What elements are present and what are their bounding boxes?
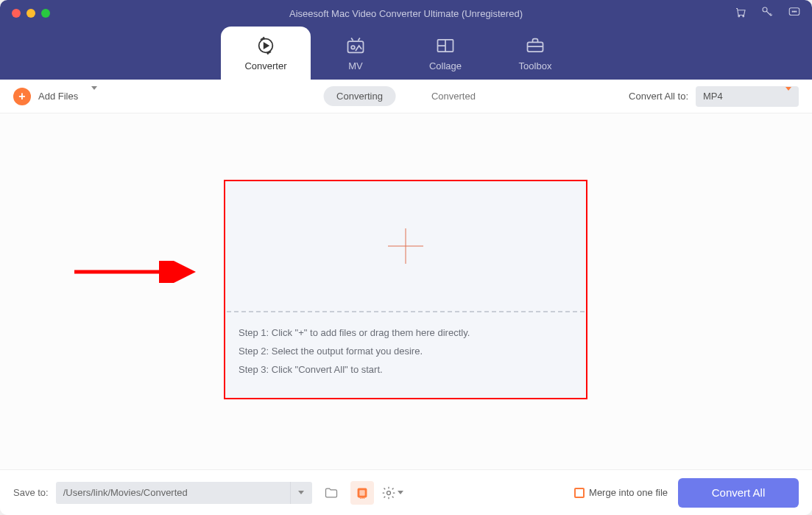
drop-zone-click-area[interactable] <box>225 181 586 311</box>
step-3-text: Step 3: Click "Convert All" to start. <box>239 364 573 375</box>
svg-point-0 <box>738 15 740 17</box>
mv-icon <box>345 35 366 56</box>
merge-label: Merge into one file <box>589 487 668 498</box>
save-to-label: Save to: <box>13 487 49 498</box>
drop-zone[interactable]: Step 1: Click "+" to add files or drag t… <box>224 180 587 399</box>
add-files-plus-icon[interactable] <box>388 228 423 264</box>
tab-label: Toolbox <box>519 60 552 71</box>
tab-converter[interactable]: Converter <box>221 27 311 80</box>
svg-point-16 <box>386 491 390 494</box>
toolbox-icon <box>525 35 546 56</box>
collage-icon <box>435 35 456 56</box>
key-icon[interactable] <box>760 5 774 21</box>
gear-icon <box>381 486 396 500</box>
add-files-dropdown-caret[interactable] <box>91 90 97 103</box>
merge-checkbox[interactable]: Merge into one file <box>574 487 668 498</box>
open-folder-button[interactable] <box>319 481 343 505</box>
output-format-select[interactable]: MP4 <box>696 86 799 107</box>
step-2-text: Step 2: Select the output format you des… <box>239 346 573 357</box>
selected-format: MP4 <box>703 91 723 102</box>
chevron-down-icon <box>785 91 791 102</box>
svg-point-5 <box>794 11 794 12</box>
main-tabs: Converter MV Collage Toolbox <box>0 27 812 80</box>
svg-rect-8 <box>348 41 364 52</box>
toolbar-right: Convert All to: MP4 <box>629 86 799 107</box>
segment-converted[interactable]: Converted <box>418 86 489 106</box>
bottom-right-actions: Merge into one file Convert All <box>574 478 799 508</box>
svg-point-9 <box>351 46 355 49</box>
tab-label: Collage <box>429 60 462 71</box>
converter-icon <box>255 35 276 56</box>
maximize-window-button[interactable] <box>41 9 50 18</box>
feedback-icon[interactable] <box>787 5 802 21</box>
checkbox-icon <box>574 488 585 498</box>
action-toolbar: + Add Files Converting Converted Convert… <box>0 80 812 113</box>
svg-rect-14 <box>359 490 364 495</box>
tab-toolbox[interactable]: Toolbox <box>490 27 580 80</box>
tab-label: Converter <box>244 60 286 71</box>
plus-icon: + <box>13 88 31 105</box>
add-files-label: Add Files <box>38 91 78 102</box>
save-path-dropdown[interactable] <box>290 482 312 504</box>
tab-label: MV <box>348 60 363 71</box>
tab-mv[interactable]: MV <box>311 27 400 80</box>
titlebar: Aiseesoft Mac Video Converter Ultimate (… <box>0 0 812 27</box>
segment-converting[interactable]: Converting <box>323 86 396 106</box>
bottom-bar: Save to: /Users/link/Movies/Converted ON… <box>0 469 812 515</box>
window-title: Aiseesoft Mac Video Converter Ultimate (… <box>289 8 523 19</box>
status-segment: Converting Converted <box>323 86 489 106</box>
main-content: Step 1: Click "+" to add files or drag t… <box>0 113 812 469</box>
close-window-button[interactable] <box>12 9 21 18</box>
add-files-button[interactable]: + Add Files <box>13 88 97 105</box>
cart-icon[interactable] <box>734 5 747 21</box>
chevron-down-icon <box>398 491 403 494</box>
convert-all-to-label: Convert All to: <box>629 91 688 102</box>
save-path-input[interactable]: /Users/link/Movies/Converted <box>56 482 290 504</box>
title-actions <box>734 5 802 21</box>
minimize-window-button[interactable] <box>27 9 35 18</box>
settings-button[interactable] <box>381 486 403 500</box>
step-1-text: Step 1: Click "+" to add files or drag t… <box>239 327 573 338</box>
tab-collage[interactable]: Collage <box>400 27 490 80</box>
svg-point-6 <box>796 11 797 12</box>
svg-point-2 <box>763 7 767 12</box>
window-controls <box>0 9 50 18</box>
convert-all-button[interactable]: Convert All <box>678 478 799 508</box>
gpu-acceleration-button[interactable]: ON <box>350 481 374 505</box>
svg-point-4 <box>792 11 793 12</box>
svg-text:ON: ON <box>359 496 364 500</box>
instruction-steps: Step 1: Click "+" to add files or drag t… <box>225 312 586 375</box>
svg-point-1 <box>743 15 744 17</box>
annotation-arrow <box>71 261 203 283</box>
